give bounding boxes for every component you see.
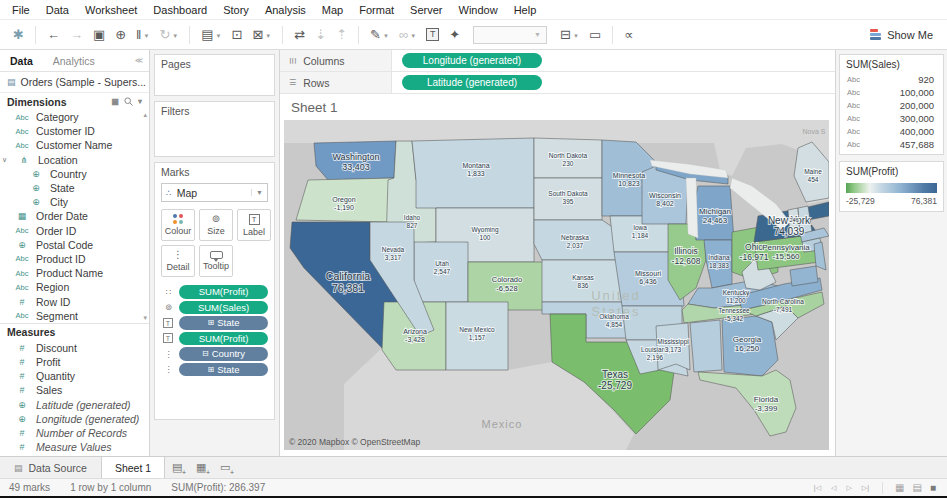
menu-dashboard[interactable]: Dashboard (145, 4, 215, 16)
sales-legend-item[interactable]: Abc920 (840, 73, 943, 86)
measure-latitude-generated-[interactable]: ⊕Latitude (generated) (0, 398, 149, 412)
menu-window[interactable]: Window (451, 4, 506, 16)
columns-shelf[interactable]: ☰ Columns Longitude (generated) (280, 50, 835, 72)
dimension-postal-code[interactable]: ⊕Postal Code (0, 238, 149, 252)
new-dashboard-tab-button[interactable]: ▦+ (189, 457, 213, 478)
sheet1-tab[interactable]: Sheet 1 (101, 457, 165, 478)
save-button[interactable]: ▣ (88, 26, 110, 43)
state-alabama[interactable] (690, 320, 722, 372)
menu-story[interactable]: Story (215, 4, 257, 16)
pill-country[interactable]: ⊟Country (179, 347, 268, 361)
last-page-button[interactable]: ▷| (859, 484, 872, 492)
scroll-up-icon[interactable]: ▴ (143, 111, 147, 119)
first-page-button[interactable]: |◁ (811, 484, 824, 492)
show-sheet-sorter-button[interactable]: ■ (928, 482, 938, 493)
dimension-city[interactable]: ⊕City (0, 195, 149, 209)
dimension-customer-id[interactable]: AbcCustomer ID (0, 124, 149, 138)
rows-shelf[interactable]: ☰ Rows Latitude (generated) (280, 72, 835, 94)
member-toggle-icon[interactable]: ⊞ (208, 365, 215, 374)
search-icon[interactable] (124, 97, 133, 106)
member-toggle-icon[interactable]: ⊞ (208, 318, 215, 327)
dimension-row-id[interactable]: #Row ID (0, 294, 149, 308)
run-auto-updates-button[interactable]: ↻▼ (154, 26, 183, 43)
filters-shelf[interactable]: Filters (154, 101, 275, 157)
sales-legend-item[interactable]: Abc100,000 (840, 86, 943, 99)
menu-analysis[interactable]: Analysis (257, 4, 314, 16)
dimension-category[interactable]: AbcCategory (0, 110, 149, 124)
menu-server[interactable]: Server (402, 4, 450, 16)
highlight-button[interactable]: ✎▼ (365, 26, 394, 43)
new-worksheet-tab-button[interactable]: ▤+ (165, 457, 189, 478)
scroll-down-icon[interactable]: ▾ (143, 314, 147, 322)
datasource-item[interactable]: ▤ Orders (Sample - Supers... (0, 72, 149, 92)
data-source-tab[interactable]: ▤ Data Source (0, 457, 101, 478)
new-story-tab-button[interactable]: ▭+ (213, 457, 237, 478)
pill-sum-profit-[interactable]: SUM(Profit) (179, 332, 268, 346)
size-button[interactable]: ⊚ Size (199, 209, 233, 241)
menu-data[interactable]: Data (38, 4, 77, 16)
dimension-region[interactable]: AbcRegion (0, 280, 149, 294)
state-florida[interactable] (698, 370, 796, 436)
pill-sum-sales-[interactable]: SUM(Sales) (179, 301, 268, 315)
measure-longitude-generated-[interactable]: ⊕Longitude (generated) (0, 412, 149, 426)
presentation-mode-button[interactable]: ▭ (584, 26, 606, 43)
show-sheet-tabs-button[interactable]: ▦ (893, 482, 906, 493)
sales-legend-item[interactable]: Abc300,000 (840, 112, 943, 125)
show-me-button[interactable]: Show Me (870, 29, 939, 41)
group-members-button[interactable]: ∞▼ (394, 26, 421, 43)
view-options-icon[interactable]: ▦ (111, 97, 119, 106)
profit-legend[interactable]: SUM(Profit) -25,729 76,381 (839, 161, 944, 212)
tooltip-button[interactable]: Tooltip (199, 245, 233, 277)
duplicate-sheet-button[interactable]: ⊡ (227, 26, 248, 43)
tab-analytics[interactable]: Analytics (43, 50, 105, 71)
measure-quantity[interactable]: #Quantity (0, 369, 149, 383)
dimension-customer-name[interactable]: AbcCustomer Name (0, 138, 149, 152)
undo-button[interactable]: ← (42, 26, 65, 43)
fit-view-button[interactable]: ⊟▼ (555, 26, 584, 43)
map-view[interactable]: UnitedStatesMexicoNova SWashington33,403… (284, 120, 829, 450)
menu-help[interactable]: Help (506, 4, 545, 16)
new-datasource-button[interactable]: ⊕ (110, 26, 131, 43)
show-mark-labels-button[interactable]: T (421, 27, 444, 42)
dimension-order-date[interactable]: ▦Order Date (0, 209, 149, 223)
label-button[interactable]: T Label (237, 209, 271, 241)
sales-legend[interactable]: SUM(Sales) Abc920Abc100,000Abc200,000Abc… (839, 54, 944, 155)
tab-data[interactable]: Data (0, 50, 43, 71)
colour-button[interactable]: Colour (161, 209, 195, 241)
detail-button[interactable]: ⋮ Detail (161, 245, 195, 277)
share-workbook-button[interactable]: ∝ (619, 26, 638, 43)
sort-descending-button[interactable]: ⇡ (331, 26, 352, 43)
tableau-logo-button[interactable]: ✱ (8, 26, 29, 43)
measure-discount[interactable]: #Discount (0, 341, 149, 355)
sort-ascending-button[interactable]: ⇣ (310, 26, 331, 43)
columns-shelf-pill[interactable]: Longitude (generated) (402, 53, 542, 68)
menu-worksheet[interactable]: Worksheet (77, 4, 145, 16)
measure-number-of-records[interactable]: #Number of Records (0, 426, 149, 440)
new-worksheet-button[interactable]: ▤▼ (196, 26, 226, 43)
dimension-order-id[interactable]: AbcOrder ID (0, 224, 149, 238)
dimension-segment[interactable]: AbcSegment (0, 309, 149, 323)
dimension-country[interactable]: ⊕Country (0, 167, 149, 181)
mark-type-dropdown[interactable]: ∴ Map ▼ (161, 183, 268, 202)
measure-sales[interactable]: #Sales (0, 383, 149, 397)
sales-legend-item[interactable]: Abc200,000 (840, 99, 943, 112)
expand-icon[interactable]: ∨ (2, 156, 10, 164)
pane-menu-icon[interactable]: ▾ (138, 97, 142, 106)
pill-sum-profit-[interactable]: SUM(Profit) (179, 285, 268, 299)
measure-profit[interactable]: #Profit (0, 355, 149, 369)
fix-axes-button[interactable]: ✦ (444, 26, 465, 43)
pause-auto-updates-button[interactable]: ‖▼ (131, 26, 154, 43)
measure-measure-values[interactable]: #Measure Values (0, 440, 149, 454)
menu-map[interactable]: Map (314, 4, 351, 16)
pages-shelf[interactable]: Pages (154, 54, 275, 96)
pill-state[interactable]: ⊞State (179, 363, 268, 377)
choropleth-map[interactable]: UnitedStatesMexicoNova SWashington33,403… (284, 120, 829, 450)
show-filmstrip-button[interactable]: ▤ (911, 482, 924, 493)
dimension-state[interactable]: ⊕State (0, 181, 149, 195)
member-toggle-icon[interactable]: ⊟ (202, 349, 209, 358)
menu-file[interactable]: File (4, 4, 38, 16)
prev-page-button[interactable]: ◁ (828, 484, 839, 492)
pill-state[interactable]: ⊞State (179, 316, 268, 330)
dimension-product-id[interactable]: AbcProduct ID (0, 252, 149, 266)
dimension-location[interactable]: ∨⋔Location (0, 153, 149, 167)
